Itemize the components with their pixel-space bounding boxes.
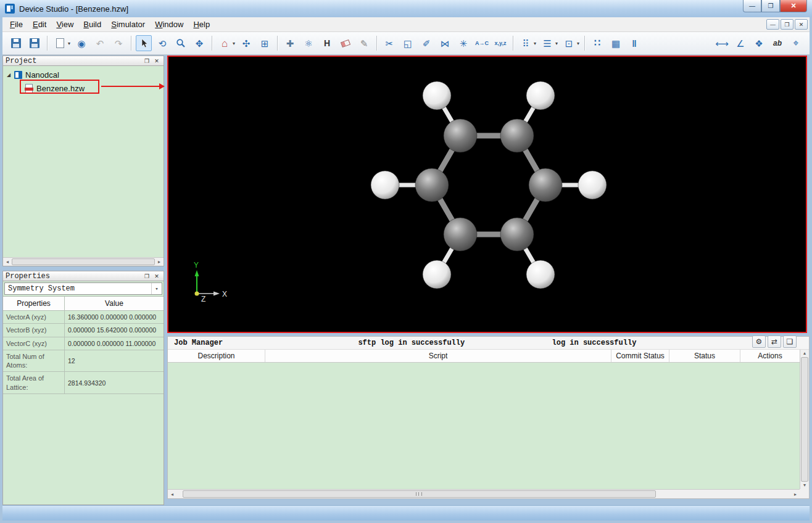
job-column-commit-status[interactable]: Commit Status: [611, 350, 669, 362]
zoom-icon[interactable]: [173, 35, 189, 51]
chevron-down-icon[interactable]: ▾: [151, 283, 162, 294]
tree-item-nanodcal[interactable]: ◢ Nanodcal: [3, 68, 164, 81]
new-file-icon-dropdown[interactable]: ▾: [68, 41, 70, 46]
boundary-icon[interactable]: ⊡: [561, 35, 577, 51]
save-icon[interactable]: [8, 35, 24, 51]
rotate-icon[interactable]: ⟲: [154, 35, 170, 51]
open-icon[interactable]: ◉: [73, 35, 89, 51]
supercell-icon[interactable]: ⠿: [518, 35, 534, 51]
pan-icon[interactable]: ✥: [191, 35, 207, 51]
device-icon[interactable]: ▦: [608, 35, 624, 51]
boundary-icon-dropdown[interactable]: ▾: [577, 41, 579, 46]
job-column-script[interactable]: Script: [265, 350, 611, 362]
statusbar: [2, 505, 810, 521]
tree-item-benzene[interactable]: Benzene.hzw: [3, 81, 164, 95]
fit-view-icon[interactable]: ✣: [238, 35, 254, 51]
convert-icon[interactable]: A→C: [474, 35, 490, 51]
sftp-status-message: sftp log in successfully: [358, 339, 465, 347]
menu-view[interactable]: View: [51, 18, 78, 31]
eraser-icon[interactable]: [338, 35, 354, 51]
edit-structure-icon[interactable]: ✐: [418, 35, 434, 51]
toolbar-separator: [277, 36, 278, 51]
tree-expander-icon[interactable]: ◢: [7, 72, 14, 78]
mdi-restore-button[interactable]: ❐: [781, 19, 793, 30]
tree-item-label: Benzene.hzw: [36, 84, 85, 93]
home-icon[interactable]: ⌂: [217, 35, 233, 51]
scroll-up-icon[interactable]: ▴: [800, 350, 809, 357]
properties-panel-header[interactable]: Properties ❐✕: [2, 271, 164, 281]
scroll-track[interactable]: [800, 357, 809, 482]
cluster-icon[interactable]: ∷: [589, 35, 605, 51]
properties-panel-buttons: ❐✕: [141, 272, 161, 280]
measure-distance-icon[interactable]: ⟷: [714, 35, 730, 51]
symmetry-system-select[interactable]: Symmetry System ▾: [4, 282, 162, 295]
mirror-icon[interactable]: ⋈: [437, 35, 453, 51]
menu-window[interactable]: Window: [150, 18, 188, 31]
scroll-track[interactable]: [12, 258, 155, 266]
supercell-icon-dropdown[interactable]: ▾: [534, 41, 536, 46]
fragment-icon[interactable]: ❖: [751, 35, 767, 51]
electrode-icon[interactable]: ‖: [626, 35, 642, 51]
home-icon-dropdown[interactable]: ▾: [233, 41, 235, 46]
job-stack-button[interactable]: ❏: [783, 336, 797, 348]
align-icon[interactable]: ☰: [539, 35, 555, 51]
scroll-right-icon[interactable]: ▸: [155, 259, 164, 265]
job-settings-button[interactable]: ⚙: [752, 336, 766, 348]
tile-view-icon[interactable]: ⊞: [257, 35, 273, 51]
job-column-actions[interactable]: Actions: [740, 350, 800, 362]
scroll-thumb[interactable]: [12, 258, 155, 265]
project-close-button[interactable]: ✕: [152, 57, 161, 65]
brush-icon[interactable]: ✎: [356, 35, 372, 51]
close-button[interactable]: ✕: [780, 0, 807, 12]
menu-file[interactable]: File: [5, 18, 28, 31]
label-icon[interactable]: ab: [769, 35, 785, 51]
select-cursor-icon[interactable]: [136, 35, 152, 51]
add-hydrogen-icon[interactable]: H: [319, 35, 335, 51]
job-column-status[interactable]: Status: [669, 350, 740, 362]
xyz-icon[interactable]: x,y,z: [492, 35, 508, 51]
mdi-minimize-button[interactable]: —: [766, 19, 779, 30]
menu-edit[interactable]: Edit: [28, 18, 51, 31]
properties-panel-title: Properties: [6, 272, 50, 281]
redo-icon[interactable]: ↷: [110, 35, 126, 51]
project-hscrollbar[interactable]: ◂ ▸: [3, 257, 164, 266]
measure-angle-icon[interactable]: ∠: [732, 35, 748, 51]
cut-bond-icon[interactable]: ✂: [381, 35, 397, 51]
job-hscrollbar[interactable]: ◂ ▸: [168, 489, 800, 498]
minimize-button[interactable]: —: [743, 0, 761, 12]
save-all-icon[interactable]: [27, 35, 43, 51]
hzw-file-icon: [25, 84, 33, 93]
new-file-icon[interactable]: [52, 35, 68, 51]
menu-build[interactable]: Build: [78, 18, 106, 31]
add-fragment-icon[interactable]: ⚛: [300, 35, 317, 51]
scroll-left-icon[interactable]: ◂: [168, 492, 176, 497]
scroll-thumb[interactable]: [183, 490, 656, 498]
scroll-track[interactable]: [176, 490, 791, 498]
undo-icon[interactable]: ↶: [92, 35, 108, 51]
add-atom-icon[interactable]: ✚: [282, 35, 298, 51]
property-row: Total Area of Lattice:2814.934320: [3, 372, 164, 394]
probe-icon[interactable]: ⌖: [788, 35, 804, 51]
scroll-left-icon[interactable]: ◂: [3, 259, 12, 265]
align-icon-dropdown[interactable]: ▾: [555, 41, 558, 46]
job-vscrollbar[interactable]: ▴ ▾: [800, 350, 809, 489]
menu-simulator[interactable]: Simulator: [106, 18, 150, 31]
project-float-button[interactable]: ❐: [143, 57, 151, 65]
job-column-description[interactable]: Description: [168, 350, 265, 362]
project-panel-header[interactable]: Project ❐✕: [2, 56, 164, 66]
symmetry-icon[interactable]: ✳: [455, 35, 471, 51]
maximize-button[interactable]: ❐: [761, 0, 780, 12]
properties-float-button[interactable]: ❐: [143, 272, 151, 280]
titlebar[interactable]: Device Studio - [Benzene.hzw] —❐✕: [0, 0, 812, 17]
scroll-thumb[interactable]: [801, 357, 808, 482]
scroll-right-icon[interactable]: ▸: [791, 492, 800, 497]
properties-close-button[interactable]: ✕: [152, 272, 161, 280]
job-transfer-button[interactable]: ⇄: [768, 336, 781, 348]
scroll-down-icon[interactable]: ▾: [800, 482, 809, 489]
move-origin-icon[interactable]: ◱: [400, 35, 416, 51]
property-row: VectorB (xyz)0.000000 15.642000 0.000000: [3, 324, 164, 337]
mdi-close-button[interactable]: ✕: [795, 19, 808, 30]
viewport-3d[interactable]: YXZ: [167, 56, 807, 333]
toolbar: ▾◉↶↷⟲✥⌂▾✣⊞✚⚛H✎✂◱✐⋈✳A→Cx,y,z⠿▾☰▾⊡▾∷▦‖⟷∠❖a…: [2, 32, 810, 55]
menu-help[interactable]: Help: [188, 18, 215, 31]
